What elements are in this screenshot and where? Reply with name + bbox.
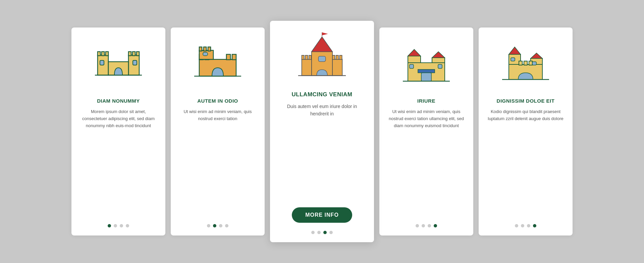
svg-rect-6 — [132, 52, 135, 56]
dot — [120, 224, 123, 227]
castle-icon-4 — [399, 38, 453, 91]
svg-rect-34 — [336, 55, 338, 59]
svg-rect-56 — [532, 62, 536, 65]
card-3-dots — [311, 231, 333, 234]
svg-marker-26 — [322, 32, 328, 35]
svg-rect-32 — [332, 59, 342, 75]
svg-rect-1 — [98, 52, 100, 56]
svg-rect-44 — [410, 64, 414, 68]
dot — [428, 224, 431, 227]
svg-rect-21 — [203, 52, 208, 56]
card-3: ULLAMCING VENIAM Duis autem vel eum iriu… — [270, 21, 374, 242]
dot — [311, 231, 315, 234]
svg-rect-2 — [102, 52, 104, 56]
svg-rect-9 — [100, 60, 104, 65]
svg-rect-3 — [106, 52, 108, 56]
svg-rect-10 — [133, 60, 137, 65]
svg-rect-53 — [524, 61, 527, 65]
svg-rect-45 — [438, 64, 442, 68]
svg-rect-27 — [318, 56, 325, 62]
card-5: DIGNISSIM DOLOE EIT Kodio dignissim qui … — [479, 28, 573, 235]
dot — [416, 224, 419, 227]
svg-marker-24 — [312, 37, 332, 52]
card-2-text: Ut wisi enim ad minim veniam, quis nostr… — [179, 108, 257, 216]
svg-rect-55 — [511, 58, 515, 61]
dot-active — [108, 224, 111, 227]
dot — [329, 231, 333, 234]
card-5-dots — [515, 224, 536, 227]
card-4-dots — [416, 224, 437, 227]
svg-rect-35 — [339, 55, 342, 59]
svg-rect-19 — [204, 47, 206, 51]
card-4-text: Ut wisi enim ad minim veniam, quis nostr… — [387, 108, 465, 216]
svg-rect-42 — [418, 69, 435, 73]
dot — [521, 224, 524, 227]
dot — [219, 224, 222, 227]
card-3-title: ULLAMCING VENIAM — [292, 91, 353, 98]
castle-icon-2 — [191, 38, 245, 91]
svg-rect-30 — [305, 55, 308, 59]
card-2: AUTEM IN ODIO Ut wisi enim ad minim veni… — [171, 28, 265, 235]
dot-active — [434, 224, 437, 227]
card-5-title: DIGNISSIM DOLOE EIT — [497, 98, 555, 104]
svg-rect-31 — [309, 55, 311, 59]
card-4-title: IRIURE — [417, 98, 435, 104]
card-1-title: DIAM NONUMMY — [97, 98, 140, 104]
dot-active — [533, 224, 536, 227]
card-1-text: Morem ipsum dolor sit amet, consectetuer… — [79, 108, 157, 216]
card-3-text: Duis autem vel eum iriure dolor in hendr… — [278, 103, 366, 201]
dot — [527, 224, 530, 227]
svg-rect-33 — [332, 55, 335, 59]
dot — [207, 224, 210, 227]
castle-icon-5 — [499, 38, 552, 91]
dot — [515, 224, 518, 227]
dot — [225, 224, 228, 227]
svg-rect-16 — [232, 54, 236, 60]
card-1: DIAM NONUMMY Morem ipsum dolor sit amet,… — [71, 28, 165, 235]
card-4: IRIURE Ut wisi enim ad minim veniam, qui… — [379, 28, 473, 235]
dot — [126, 224, 129, 227]
svg-rect-52 — [519, 61, 522, 65]
dot — [114, 224, 117, 227]
svg-rect-43 — [421, 73, 431, 81]
svg-rect-5 — [128, 52, 131, 56]
svg-rect-54 — [529, 61, 532, 65]
more-info-button[interactable]: MORE INFO — [292, 207, 352, 223]
svg-rect-28 — [302, 59, 312, 75]
svg-marker-49 — [509, 47, 521, 54]
svg-rect-40 — [432, 58, 445, 63]
card-1-dots — [108, 224, 129, 227]
dot — [422, 224, 425, 227]
svg-rect-18 — [199, 47, 202, 51]
svg-marker-41 — [432, 52, 445, 58]
castle-icon-1 — [92, 38, 145, 91]
card-2-title: AUTEM IN ODIO — [197, 98, 238, 104]
svg-marker-51 — [531, 53, 542, 58]
cards-container: DIAM NONUMMY Morem ipsum dolor sit amet,… — [0, 7, 644, 256]
dot-active — [323, 231, 327, 234]
svg-rect-15 — [226, 54, 230, 60]
svg-rect-38 — [408, 56, 421, 63]
castle-icon-3 — [295, 31, 349, 85]
svg-rect-7 — [137, 52, 139, 56]
dot — [317, 231, 321, 234]
svg-marker-39 — [408, 49, 421, 56]
card-2-dots — [207, 224, 228, 227]
svg-rect-20 — [208, 47, 211, 51]
dot-active — [213, 224, 216, 227]
svg-rect-29 — [302, 55, 304, 59]
card-5-text: Kodio dignissim qui blandit praesent lup… — [487, 108, 565, 216]
